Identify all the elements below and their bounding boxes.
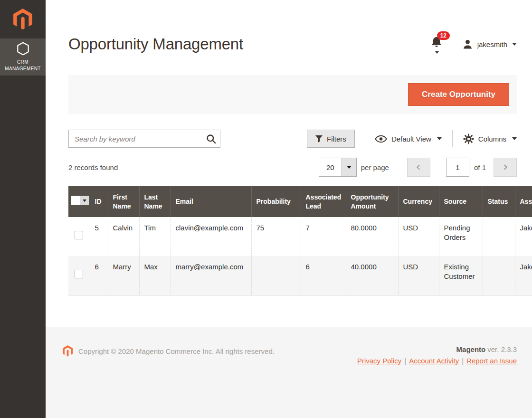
page-size-caret-box: [342, 158, 356, 176]
cell-associated-lead: 7: [301, 217, 346, 256]
records-found-label: 2 records found: [68, 163, 118, 171]
link-separator: |: [404, 357, 406, 365]
chevron-left-icon: [415, 163, 422, 171]
hexagon-icon: [17, 42, 29, 56]
search-submit-button[interactable]: [204, 133, 218, 145]
column-header-source[interactable]: Source: [439, 186, 483, 217]
column-header-status[interactable]: Status: [483, 186, 515, 217]
columns-dropdown[interactable]: Columns: [463, 133, 517, 144]
per-page-label: per page: [361, 163, 389, 171]
select-all-checkbox[interactable]: [71, 196, 80, 205]
column-header-email[interactable]: Email: [171, 186, 251, 217]
cell-opportunity-amount: 80.0000: [346, 217, 398, 256]
cell-last-name: Tim: [139, 217, 171, 256]
user-menu-caret-icon: [512, 43, 517, 46]
column-header-assigned[interactable]: Assigned: [515, 186, 532, 217]
notifications-caret-icon: [435, 51, 439, 54]
cell-associated-lead: 6: [301, 256, 346, 295]
copyright-text: Copyright © 2020 Magento Commerce Inc. A…: [78, 347, 275, 355]
version-label: ver. 2.3.3: [487, 345, 517, 353]
footer-copyright-block: Copyright © 2020 Magento Commerce Inc. A…: [63, 345, 275, 357]
row-checkbox-cell: [68, 256, 90, 295]
cell-status: [483, 217, 515, 256]
grid-view-controls: Filters Default View: [307, 130, 517, 148]
search-input[interactable]: [68, 130, 220, 148]
opportunities-table: ID First Name Last Name Email Probabilit…: [68, 186, 532, 295]
user-icon: [462, 39, 473, 50]
current-page-input[interactable]: [446, 158, 469, 177]
default-view-label: Default View: [391, 135, 431, 143]
cell-first-name: Calvin: [108, 217, 139, 256]
row-checkbox[interactable]: [75, 231, 83, 239]
select-options-dropdown[interactable]: [80, 196, 89, 205]
chevron-right-icon: [502, 163, 509, 171]
sidebar: CRM MANAGEMENT: [0, 0, 46, 418]
account-activity-link[interactable]: Account Activity: [409, 357, 459, 365]
main-area: Opportunity Management 12: [46, 0, 532, 418]
footer-right-block: Magentover. 2.3.3 Privacy Policy|Account…: [357, 345, 517, 365]
select-all-header-cell: [68, 186, 90, 217]
filters-button[interactable]: Filters: [307, 130, 355, 148]
privacy-policy-link[interactable]: Privacy Policy: [357, 357, 401, 365]
page-size-caret-icon: [347, 166, 352, 169]
default-view-dropdown[interactable]: Default View: [375, 135, 442, 143]
page-size-value: 20: [319, 158, 342, 176]
search-box: [68, 130, 220, 148]
select-all-widget: [71, 196, 89, 205]
report-an-issue-link[interactable]: Report an Issue: [466, 357, 517, 365]
version-line: Magentover. 2.3.3: [357, 345, 517, 353]
row-checkbox-cell: [68, 217, 90, 256]
page-footer: Copyright © 2020 Magento Commerce Inc. A…: [46, 327, 532, 418]
grid-controls: Filters Default View: [68, 130, 517, 148]
user-menu-button[interactable]: jakesmith: [462, 39, 517, 50]
next-page-button[interactable]: [494, 158, 517, 177]
create-opportunity-button[interactable]: Create Opportunity: [408, 83, 509, 106]
cell-assigned: Jake Smith: [515, 256, 532, 295]
column-header-opportunity-amount[interactable]: Opportunity Amount: [346, 186, 398, 217]
cell-last-name: Max: [139, 256, 171, 295]
column-header-first-name[interactable]: First Name: [108, 186, 139, 217]
select-options-caret-icon: [83, 200, 86, 202]
username-label: jakesmith: [477, 40, 507, 48]
columns-caret-icon: [512, 137, 517, 140]
cell-email: marry@example.com: [171, 256, 251, 295]
cell-currency: USD: [398, 217, 439, 256]
previous-page-button[interactable]: [407, 158, 430, 177]
magento-logo-icon: [13, 9, 32, 30]
page-content: Opportunity Management 12: [46, 0, 532, 327]
total-pages-label: of 1: [474, 163, 486, 171]
header-actions: 12 jakesmith: [431, 36, 517, 52]
default-view-caret-icon: [437, 137, 442, 140]
sidebar-item-crm-management[interactable]: CRM MANAGEMENT: [0, 38, 46, 76]
row-checkbox[interactable]: [75, 270, 83, 278]
grid-table-wrapper: ID First Name Last Name Email Probabilit…: [68, 186, 532, 295]
cell-source: Existing Customer: [439, 256, 483, 295]
cell-email: clavin@example.com: [171, 217, 251, 256]
column-header-id[interactable]: ID: [90, 186, 108, 217]
table-header-row: ID First Name Last Name Email Probabilit…: [68, 186, 532, 217]
filters-label: Filters: [327, 135, 346, 143]
columns-label: Columns: [478, 135, 506, 143]
link-separator: |: [462, 357, 464, 365]
grid-meta-row: 2 records found 20 per page: [68, 158, 517, 177]
cell-status: [483, 256, 515, 295]
brand-label: Magento: [456, 345, 486, 353]
notification-count-badge: 12: [437, 31, 450, 40]
footer-links: Privacy Policy|Account Activity|Report a…: [357, 357, 517, 365]
cell-currency: USD: [398, 256, 439, 295]
magento-admin-app: CRM MANAGEMENT Opportunity Management 12: [0, 0, 532, 418]
controls-divider: [452, 130, 453, 147]
column-header-currency[interactable]: Currency: [398, 186, 439, 217]
cell-assigned: Jake Smith: [515, 217, 532, 256]
notifications-button[interactable]: 12: [431, 36, 442, 52]
table-row[interactable]: 6 Marry Max marry@example.com 6 40.0000 …: [68, 256, 532, 295]
page-header: Opportunity Management 12: [46, 0, 532, 75]
magento-logo-link[interactable]: [0, 0, 46, 38]
table-row[interactable]: 5 Calvin Tim clavin@example.com 75 7 80.…: [68, 217, 532, 256]
page-size-select[interactable]: 20: [319, 158, 357, 177]
column-header-last-name[interactable]: Last Name: [139, 186, 171, 217]
column-header-associated-lead[interactable]: Associated Lead: [301, 186, 346, 217]
column-header-probability[interactable]: Probability: [251, 186, 301, 217]
magento-footer-logo-icon: [63, 345, 73, 357]
cell-id: 6: [90, 256, 108, 295]
